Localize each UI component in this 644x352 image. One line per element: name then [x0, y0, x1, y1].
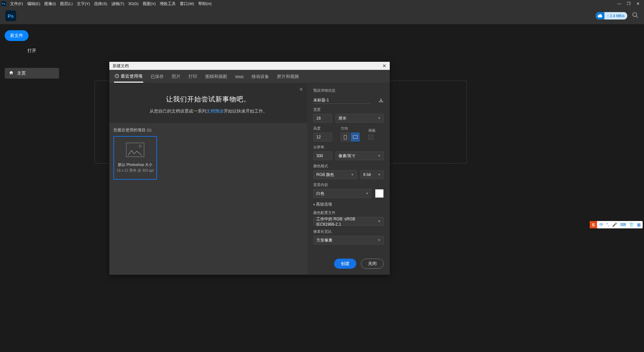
menu-help[interactable]: 帮助(H) — [196, 1, 214, 6]
ps-mini-icon: Ps — [1, 1, 6, 6]
cloud-icon — [596, 12, 604, 19]
welcome-banner: ✕ 让我们开始尝试新事物吧。 从您自己的文档设置或一系列文档预设开始以快速开始工… — [109, 83, 307, 123]
svg-point-0 — [633, 13, 637, 17]
window-maximize[interactable]: ❐ — [624, 1, 633, 6]
close-button[interactable]: 关闭 — [361, 259, 384, 269]
resolution-label: 分辨率 — [313, 145, 384, 150]
ps-logo: Ps — [5, 10, 16, 21]
tab-mobile[interactable]: 移动设备 — [251, 71, 270, 82]
menubar: Ps 文件(F) 编辑(E) 图像(I) 图层(L) 文字(Y) 选择(S) 滤… — [0, 0, 644, 7]
preset-meta: 16 x 12 厘米 @ 300 ppi — [117, 168, 154, 173]
advanced-toggle[interactable]: ▾ 高级选项 — [313, 202, 384, 207]
preset-thumb-icon — [126, 143, 144, 157]
chevron-down-icon: ▼ — [351, 173, 354, 176]
background-label: 背景内容 — [313, 182, 384, 187]
save-preset-icon[interactable] — [378, 97, 384, 103]
width-input[interactable] — [313, 114, 332, 123]
profile-label: 颜色配置文件 — [313, 210, 384, 215]
menu-view[interactable]: 视图(V) — [141, 1, 158, 6]
recent-items-label: 您最近使用的项目 (1) — [109, 123, 307, 136]
cloud-speed-badge[interactable]: ↑2.4 MB/s — [596, 12, 627, 19]
ime-logo-icon: S — [590, 221, 597, 228]
ime-toolbar[interactable]: S 中 °, 🎤 ⌨ 👕 ▦ — [590, 221, 643, 228]
cloud-speed-text: ↑2.4 MB/s — [604, 12, 627, 19]
app-header: Ps ↑2.4 MB/s — [0, 7, 644, 24]
chevron-down-icon: ▼ — [378, 117, 381, 120]
menu-plugins[interactable]: 增效工具 — [158, 1, 178, 6]
tab-art[interactable]: 图稿和插图 — [205, 71, 228, 82]
window-minimize[interactable]: — — [614, 1, 624, 6]
tab-saved[interactable]: 已保存 — [150, 71, 164, 82]
ime-grid-icon[interactable]: ▦ — [636, 222, 641, 227]
tab-photo[interactable]: 照片 — [171, 71, 181, 82]
height-input[interactable] — [313, 133, 332, 141]
window-close[interactable]: ✕ — [633, 1, 643, 6]
chevron-down-icon: ▼ — [366, 192, 369, 195]
background-select[interactable]: 白色▼ — [313, 189, 372, 198]
banner-subtitle: 从您自己的文档设置或一系列文档预设开始以快速开始工作。 — [125, 108, 291, 114]
menu-layer[interactable]: 图层(L) — [58, 1, 75, 6]
menu-edit[interactable]: 编辑(E) — [25, 1, 42, 6]
chevron-down-icon: ▼ — [378, 154, 381, 158]
menu-3d[interactable]: 3D(D) — [126, 2, 141, 6]
chevron-down-icon: ▼ — [378, 238, 381, 242]
sidebar-home-label: 主页 — [17, 70, 26, 76]
orientation-label: 方向 — [341, 126, 360, 131]
menu-select[interactable]: 选择(S) — [92, 1, 109, 6]
width-label: 宽度 — [313, 107, 384, 112]
menu-window[interactable]: 窗口(W) — [178, 1, 196, 6]
clock-icon — [115, 74, 119, 79]
ime-keyboard-icon[interactable]: ⌨ — [620, 222, 627, 227]
resolution-unit-select[interactable]: 像素/英寸▼ — [335, 151, 384, 160]
chevron-down-icon: ▼ — [378, 220, 381, 223]
svg-line-1 — [636, 16, 638, 18]
tab-web[interactable]: Web — [234, 71, 244, 82]
tab-recent-label: 最近使用项 — [121, 74, 143, 79]
colormode-label: 颜色模式 — [313, 164, 384, 169]
resolution-input[interactable] — [313, 151, 332, 160]
tab-recent[interactable]: 最近使用项 — [114, 70, 143, 83]
unit-select[interactable]: 厘米▼ — [335, 114, 384, 123]
ime-mic-icon[interactable]: 🎤 — [611, 222, 618, 227]
menu-filter[interactable]: 滤镜(T) — [109, 1, 126, 6]
search-icon[interactable] — [632, 12, 639, 20]
ime-punct-icon[interactable]: °, — [606, 222, 610, 227]
dialog-titlebar: 新建文档 ✕ — [109, 62, 390, 70]
create-button[interactable]: 创建 — [334, 259, 356, 269]
colormode-select[interactable]: RGB 颜色▼ — [313, 170, 357, 179]
pixel-ratio-select[interactable]: 方形像素▼ — [313, 236, 384, 245]
artboard-label: 画板 — [368, 128, 376, 133]
menu-image[interactable]: 图像(I) — [42, 1, 58, 6]
menu-type[interactable]: 文字(Y) — [75, 1, 92, 6]
doc-presets-link[interactable]: 文档预设 — [206, 109, 224, 114]
artboard-checkbox[interactable] — [368, 135, 373, 140]
ime-skin-icon[interactable]: 👕 — [628, 222, 635, 227]
tab-film[interactable]: 胶片和视频 — [276, 71, 300, 82]
upload-arrow-icon: ↑ — [607, 14, 609, 18]
new-file-button[interactable]: 新文件 — [5, 30, 29, 41]
orientation-landscape[interactable] — [351, 133, 360, 141]
ime-lang-button[interactable]: 中 — [599, 222, 604, 228]
dialog-close-button[interactable]: ✕ — [382, 63, 386, 69]
color-profile-select[interactable]: 工作中的 RGB: sRGB IEC61966-2.1▼ — [313, 217, 384, 226]
chevron-down-icon: ▾ — [313, 203, 315, 206]
home-sidebar: 新文件 打开 主页 — [0, 24, 64, 352]
height-label: 高度 — [313, 126, 332, 131]
pixelratio-label: 像素长宽比 — [313, 229, 384, 234]
new-document-dialog: 新建文档 ✕ 最近使用项 已保存 照片 打印 图稿和插图 Web 移动设备 胶片… — [109, 62, 390, 275]
banner-title: 让我们开始尝试新事物吧。 — [125, 95, 291, 104]
tab-print[interactable]: 打印 — [188, 71, 198, 82]
dialog-title: 新建文档 — [113, 63, 129, 69]
dialog-tabs: 最近使用项 已保存 照片 打印 图稿和插图 Web 移动设备 胶片和视频 — [109, 70, 390, 83]
menu-file[interactable]: 文件(F) — [8, 1, 25, 6]
preset-details-panel: 预设详细信息 宽度 厘米▼ 高度 方向 — [307, 83, 390, 275]
bitdepth-select[interactable]: 8 bit▼ — [360, 170, 384, 179]
open-button[interactable]: 打开 — [5, 46, 59, 55]
banner-close-button[interactable]: ✕ — [299, 87, 303, 92]
sidebar-item-home[interactable]: 主页 — [5, 68, 59, 79]
background-swatch[interactable] — [375, 189, 384, 198]
preset-card-default[interactable]: 默认 Photoshop 大小 16 x 12 厘米 @ 300 ppi — [113, 136, 157, 180]
home-icon — [9, 70, 14, 76]
orientation-portrait[interactable] — [341, 133, 350, 141]
document-name-input[interactable] — [313, 97, 370, 104]
